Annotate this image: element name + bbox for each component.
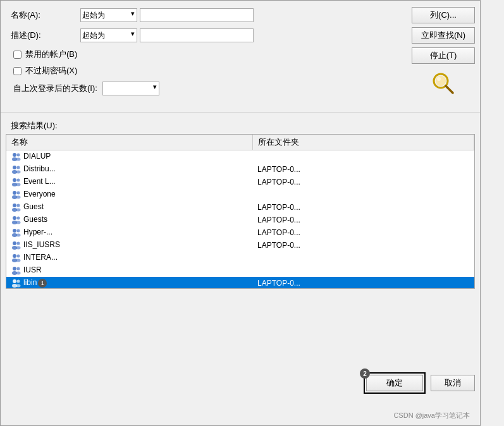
find-now-button[interactable]: 立即查找(N) [412, 27, 475, 44]
dialog-container: 列(C)... 立即查找(N) 停止(T) 名称(A): 起始为 描述(D [0, 0, 481, 426]
svg-point-1 [436, 76, 446, 86]
name-label: 名称(A): [11, 9, 80, 21]
ok-button-wrapper: 2 确定 [364, 372, 426, 394]
stop-button[interactable]: 停止(T) [412, 47, 475, 64]
svg-point-16 [13, 191, 16, 195]
table-row[interactable]: IIS_IUSRSLAPTOP-0... [6, 239, 474, 252]
magnifier-icon [431, 71, 456, 96]
results-table-body: DIALUP Distribu...LAPTOP-0... Event L...… [6, 150, 474, 289]
svg-point-12 [13, 178, 16, 182]
svg-point-39 [16, 259, 21, 262]
svg-point-18 [17, 192, 20, 195]
days-select-wrapper[interactable] [102, 82, 159, 95]
svg-point-23 [16, 209, 21, 212]
svg-point-47 [16, 284, 21, 288]
table-row[interactable]: libin1LAPTOP-0... [6, 277, 474, 289]
search-results-label: 搜索结果(U): [1, 118, 480, 134]
desc-condition-wrapper[interactable]: 起始为 [80, 28, 137, 42]
svg-point-10 [17, 166, 20, 169]
name-row: 名称(A): 起始为 [11, 8, 470, 22]
table-row[interactable]: IUSR [6, 264, 474, 277]
svg-point-43 [16, 272, 21, 275]
table-row[interactable]: Everyone [6, 188, 474, 201]
ok-badge: 2 [360, 368, 370, 379]
table-row[interactable]: INTERA... [6, 252, 474, 264]
watermark: CSDN @java学习笔记本 [393, 411, 470, 420]
col-name[interactable]: 名称 [6, 135, 252, 150]
columns-button[interactable]: 列(C)... [412, 7, 475, 23]
days-label: 自上次登录后的天数(I): [13, 83, 97, 94]
svg-point-8 [13, 166, 16, 169]
svg-point-32 [13, 241, 16, 245]
svg-point-4 [13, 153, 16, 157]
no-expire-row: 不过期密码(X) [11, 65, 470, 76]
svg-point-28 [13, 229, 16, 233]
svg-point-35 [16, 246, 21, 250]
svg-point-3 [437, 77, 441, 81]
disabled-accounts-label: 禁用的帐户(B) [25, 49, 77, 60]
search-icon-area [412, 68, 475, 99]
selected-row-badge: 1 [38, 279, 47, 288]
svg-point-36 [13, 254, 16, 258]
svg-point-34 [17, 242, 20, 245]
name-input[interactable] [140, 8, 254, 22]
col-folder[interactable]: 所在文件夹 [252, 135, 474, 150]
bottom-buttons-bar: 2 确定 取消 [364, 372, 475, 394]
svg-point-44 [13, 279, 16, 283]
desc-row: 描述(D): 起始为 [11, 28, 470, 42]
results-table-header: 名称 所在文件夹 [6, 135, 474, 150]
svg-point-38 [17, 255, 20, 258]
no-expire-label: 不过期密码(X) [25, 65, 77, 76]
svg-point-26 [17, 217, 20, 220]
table-row[interactable]: Distribu...LAPTOP-0... [6, 163, 474, 176]
svg-point-40 [13, 267, 16, 271]
desc-input[interactable] [140, 28, 254, 42]
svg-point-19 [16, 196, 21, 199]
desc-condition-select[interactable]: 起始为 [80, 28, 137, 42]
svg-point-46 [17, 280, 20, 283]
no-expire-checkbox[interactable] [13, 67, 22, 75]
table-row[interactable]: GuestsLAPTOP-0... [6, 214, 474, 226]
name-condition-wrapper[interactable]: 起始为 [80, 8, 137, 22]
svg-point-30 [17, 229, 20, 233]
svg-point-20 [13, 204, 16, 207]
days-select[interactable] [102, 82, 159, 95]
cancel-button[interactable]: 取消 [431, 375, 475, 391]
right-buttons-panel: 列(C)... 立即查找(N) 停止(T) [412, 7, 475, 99]
disabled-accounts-row: 禁用的帐户(B) [11, 49, 470, 60]
days-row: 自上次登录后的天数(I): [11, 82, 470, 95]
table-row[interactable]: DIALUP [6, 150, 474, 164]
form-section: 名称(A): 起始为 描述(D): 起始为 禁用的帐户(B) 不过期密码( [1, 1, 480, 107]
table-row[interactable]: GuestLAPTOP-0... [6, 201, 474, 214]
table-row[interactable]: Event L...LAPTOP-0... [6, 176, 474, 188]
table-row[interactable]: Hyper-...LAPTOP-0... [6, 226, 474, 239]
svg-point-27 [16, 221, 21, 224]
disabled-accounts-checkbox[interactable] [13, 51, 22, 59]
svg-point-11 [16, 171, 21, 174]
svg-line-2 [446, 86, 453, 93]
ok-button[interactable]: 确定 [366, 375, 423, 391]
desc-label: 描述(D): [11, 30, 80, 41]
svg-point-31 [16, 234, 21, 237]
svg-point-14 [17, 179, 20, 182]
svg-point-15 [16, 183, 21, 186]
section-divider [1, 112, 480, 113]
svg-point-6 [17, 154, 20, 157]
results-table: 名称 所在文件夹 DIALUP Distribu...LAPTOP-0... E… [6, 135, 474, 289]
svg-point-24 [13, 216, 16, 220]
svg-point-22 [17, 204, 20, 207]
name-condition-select[interactable]: 起始为 [80, 8, 137, 22]
results-table-container[interactable]: 名称 所在文件夹 DIALUP Distribu...LAPTOP-0... E… [6, 134, 475, 289]
svg-point-7 [16, 158, 21, 161]
svg-point-42 [17, 267, 20, 271]
